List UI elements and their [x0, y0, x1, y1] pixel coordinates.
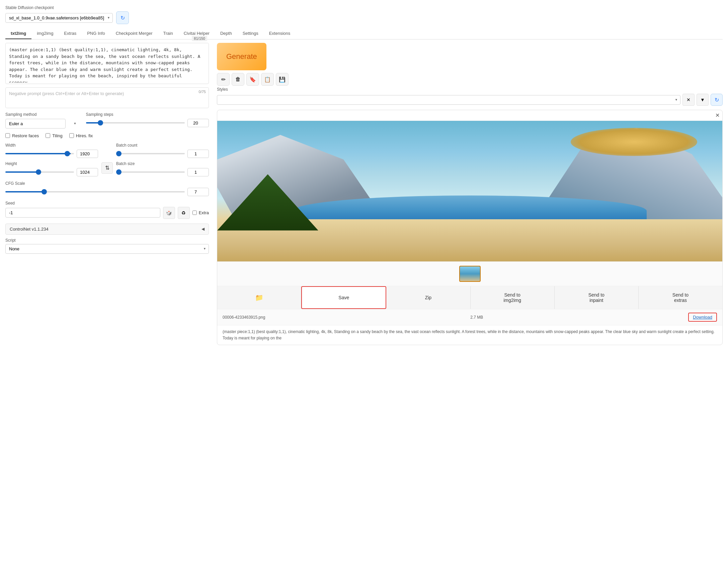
sampling-steps-slider[interactable]	[86, 122, 185, 124]
tab-train[interactable]: Train	[158, 28, 178, 39]
save-icon: 💾	[279, 76, 286, 83]
negative-prompt-input[interactable]: Negative prompt (press Ctrl+Enter or Alt…	[6, 88, 209, 108]
bookmark-style-button[interactable]: 🔖	[246, 73, 259, 86]
tab-txt2img[interactable]: txt2img	[5, 28, 31, 39]
tab-extras[interactable]: Extras	[59, 28, 82, 39]
seed-label: Seed	[5, 201, 209, 206]
refresh-styles-icon: ↻	[715, 97, 719, 103]
pencil-style-button[interactable]: ✏	[217, 73, 230, 86]
filename: 00006-4233463915.png	[223, 315, 265, 320]
trash-icon: 🗑	[235, 76, 241, 82]
close-output-button[interactable]: ✕	[715, 112, 720, 118]
seed-dice-button[interactable]: 🎲	[163, 207, 175, 219]
trash-style-button[interactable]: 🗑	[232, 73, 244, 86]
restore-faces-checkbox[interactable]: Restore faces	[5, 133, 39, 138]
tab-checkpoint-merger[interactable]: Checkpoint Merger	[110, 28, 158, 39]
chevron-down-icon: ▼	[700, 97, 705, 102]
save-button[interactable]: Save	[301, 286, 386, 309]
seed-input[interactable]	[5, 208, 160, 218]
bookmark-icon: 🔖	[249, 76, 256, 83]
controlnet-bar[interactable]: ControlNet v1.1.234 ◀	[5, 224, 209, 235]
styles-select[interactable]	[217, 95, 680, 105]
negative-prompt-placeholder: Negative prompt (press Ctrl+Enter or Alt…	[9, 91, 124, 96]
sampling-steps-label: Sampling steps	[86, 112, 209, 117]
tab-bar: txt2img img2img Extras PNG Info Checkpoi…	[5, 28, 723, 39]
refresh-icon: ↻	[120, 15, 125, 21]
width-input[interactable]	[77, 150, 98, 158]
batch-size-input[interactable]	[187, 168, 209, 176]
file-info-row: 00006-4233463915.png 2.7 MB Download	[217, 309, 722, 325]
positive-prompt-input[interactable]: (master piece:1,1) (best quality:1,1), c…	[6, 43, 209, 83]
arrow-left-icon: ◀	[201, 227, 205, 231]
checkpoint-select[interactable]: sd_xl_base_1.0_0.9vae.safetensors [e6bb9…	[5, 13, 113, 23]
generate-button[interactable]: Generate	[217, 43, 266, 70]
batch-size-label: Batch size	[116, 161, 209, 166]
tiling-checkbox[interactable]: Tiling	[46, 133, 63, 138]
sampling-method-select[interactable]: Euler a	[5, 119, 66, 129]
sampling-method-label: Sampling method	[5, 112, 79, 117]
tab-settings[interactable]: Settings	[237, 28, 264, 39]
generated-image	[217, 121, 722, 261]
folder-icon: 📁	[255, 294, 263, 301]
script-select[interactable]: None	[5, 244, 209, 254]
tab-extensions[interactable]: Extensions	[264, 28, 296, 39]
batch-count-slider[interactable]	[116, 153, 185, 154]
send-img2img-button[interactable]: Send to img2img	[471, 286, 555, 309]
clipboard-icon: 📋	[264, 76, 271, 83]
batch-count-label: Batch count	[116, 143, 209, 148]
batch-count-input[interactable]	[187, 150, 209, 158]
height-input[interactable]	[77, 168, 98, 176]
cfg-scale-slider[interactable]	[5, 191, 185, 192]
batch-size-slider[interactable]	[116, 171, 185, 173]
width-label: Width	[5, 143, 98, 148]
controlnet-label: ControlNet v1.1.234	[10, 227, 49, 232]
refresh-styles-button[interactable]: ↻	[711, 94, 723, 106]
send-extras-button[interactable]: Send to extras	[639, 286, 722, 309]
styles-label: Styles	[217, 87, 723, 92]
tab-depth[interactable]: Depth	[215, 28, 237, 39]
send-inpaint-button[interactable]: Send to inpaint	[555, 286, 639, 309]
clipboard-style-button[interactable]: 📋	[261, 73, 274, 86]
script-label: Script	[5, 238, 209, 243]
action-buttons: 📁 Save Zip Send to img2img Send to inpai…	[217, 286, 722, 309]
folder-button[interactable]: 📁	[217, 286, 301, 309]
tab-png-info[interactable]: PNG Info	[82, 28, 110, 39]
height-label: Height	[5, 161, 98, 166]
hires-fix-checkbox[interactable]: Hires. fix	[69, 133, 93, 138]
close-styles-button[interactable]: ✕	[682, 94, 695, 106]
thumbnail-row	[217, 261, 722, 286]
seed-recycle-button[interactable]: ♻	[178, 207, 190, 219]
image-thumbnail[interactable]	[459, 266, 481, 282]
output-panel: ✕	[217, 110, 723, 345]
image-display	[217, 121, 722, 261]
output-description: (master piece:1,1) (best quality:1,1), c…	[217, 325, 722, 345]
swap-dimensions-button[interactable]: ⇅	[101, 162, 113, 174]
zip-button[interactable]: Zip	[386, 286, 470, 309]
height-slider[interactable]	[5, 171, 74, 173]
cfg-scale-input[interactable]	[187, 188, 209, 196]
token-count-negative: 0/75	[199, 90, 206, 94]
refresh-checkpoint-button[interactable]: ↻	[116, 11, 129, 24]
cfg-scale-label: CFG Scale	[5, 181, 209, 186]
close-output-icon: ✕	[715, 112, 720, 118]
pencil-icon: ✏	[221, 76, 226, 83]
close-icon: ✕	[686, 97, 691, 102]
extra-seed-checkbox[interactable]: Extra	[192, 210, 209, 215]
dice-icon: 🎲	[166, 210, 172, 216]
token-count-positive: 81/150	[192, 36, 207, 41]
tab-img2img[interactable]: img2img	[31, 28, 59, 39]
output-header: ✕	[217, 110, 722, 121]
save-style-button[interactable]: 💾	[276, 73, 289, 86]
filesize: 2.7 MB	[470, 315, 483, 320]
download-link[interactable]: Download	[688, 313, 717, 322]
recycle-icon: ♻	[181, 210, 186, 216]
swap-icon: ⇅	[105, 165, 109, 171]
width-slider[interactable]	[5, 153, 74, 154]
sampling-steps-input[interactable]	[187, 119, 209, 127]
chevron-styles-button[interactable]: ▼	[697, 94, 709, 106]
checkpoint-label: Stable Diffusion checkpoint	[5, 5, 723, 10]
